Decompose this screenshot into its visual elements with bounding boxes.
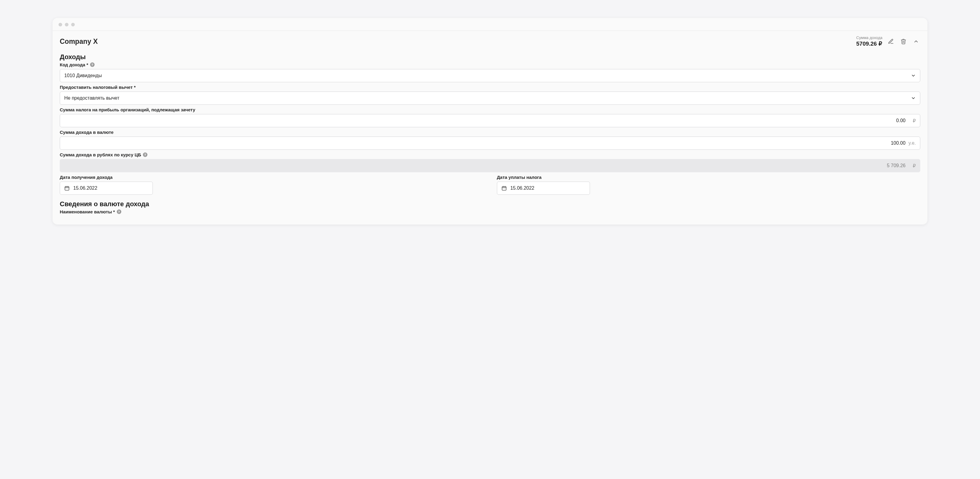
window-dot bbox=[65, 23, 68, 26]
company-name: Company X bbox=[60, 38, 852, 46]
tax-deduction-label: Предоставить налоговый вычет * bbox=[60, 85, 920, 90]
window-titlebar bbox=[52, 18, 928, 31]
corp-tax-field: Сумма налога на прибыль организаций, под… bbox=[60, 107, 920, 127]
income-summary-value: 5709.26 ₽ bbox=[856, 40, 882, 47]
tax-deduction-value: Не предоставлять вычет bbox=[64, 95, 911, 101]
ruble-suffix: ₽ bbox=[908, 163, 916, 169]
income-code-field: Код дохода * ? 1010 Дивиденды bbox=[60, 62, 920, 82]
chevron-down-icon bbox=[911, 96, 916, 100]
corp-tax-value: 0.00 bbox=[896, 118, 905, 123]
income-date-input[interactable]: 15.06.2022 bbox=[60, 182, 153, 195]
delete-button[interactable] bbox=[899, 37, 908, 46]
section-header: Company X Сумма дохода 5709.26 ₽ bbox=[52, 31, 928, 48]
tax-deduction-select[interactable]: Не предоставлять вычет bbox=[60, 92, 920, 105]
fx-amount-field: Сумма дохода в валюте 100.00 у.е. bbox=[60, 130, 920, 150]
tax-date-input[interactable]: 15.06.2022 bbox=[497, 182, 590, 195]
income-section-title: Доходы bbox=[60, 53, 920, 61]
chevron-down-icon bbox=[911, 73, 916, 78]
svg-rect-4 bbox=[502, 187, 506, 190]
tax-deduction-field: Предоставить налоговый вычет * Не предос… bbox=[60, 85, 920, 105]
rub-amount-input: 5 709.26 ₽ bbox=[60, 159, 920, 172]
ruble-suffix: ₽ bbox=[908, 118, 916, 124]
calendar-icon bbox=[501, 186, 507, 191]
help-icon[interactable]: ? bbox=[90, 62, 95, 67]
corp-tax-label: Сумма налога на прибыль организаций, под… bbox=[60, 107, 920, 112]
income-summary-label: Сумма дохода bbox=[856, 36, 883, 40]
rub-amount-value: 5 709.26 bbox=[887, 163, 905, 168]
help-icon[interactable]: ? bbox=[143, 152, 148, 157]
income-summary: Сумма дохода 5709.26 ₽ bbox=[856, 36, 883, 47]
tax-date-field: Дата уплаты налога 15.06.2022 bbox=[497, 174, 910, 195]
fx-amount-label: Сумма дохода в валюте bbox=[60, 130, 920, 135]
calendar-icon bbox=[64, 186, 70, 191]
currency-unit-suffix: у.е. bbox=[908, 140, 916, 146]
window-dot bbox=[71, 23, 75, 26]
window-dot bbox=[59, 23, 62, 26]
rub-amount-label: Сумма дохода в рублях по курсу ЦБ ? bbox=[60, 152, 920, 157]
form-content: Доходы Код дохода * ? 1010 Дивиденды Пре… bbox=[52, 48, 928, 225]
chevron-up-icon bbox=[913, 39, 919, 44]
income-date-value: 15.06.2022 bbox=[73, 186, 97, 191]
income-date-field: Дата получения дохода 15.06.2022 bbox=[60, 174, 473, 195]
income-code-select[interactable]: 1010 Дивиденды bbox=[60, 69, 920, 82]
date-row: Дата получения дохода 15.06.2022 Дата уп… bbox=[60, 174, 920, 197]
income-code-label: Код дохода * ? bbox=[60, 62, 920, 67]
app-window: Company X Сумма дохода 5709.26 ₽ Доходы … bbox=[52, 18, 928, 225]
collapse-button[interactable] bbox=[912, 37, 920, 46]
income-date-label: Дата получения дохода bbox=[60, 174, 473, 180]
corp-tax-input[interactable]: 0.00 ₽ bbox=[60, 114, 920, 127]
help-icon[interactable]: ? bbox=[117, 209, 121, 214]
currency-name-field: Наименование валюты * ? bbox=[60, 209, 920, 216]
currency-name-label: Наименование валюты * ? bbox=[60, 209, 920, 214]
pencil-icon bbox=[888, 38, 894, 44]
fx-amount-value: 100.00 bbox=[891, 140, 905, 146]
trash-icon bbox=[900, 38, 907, 45]
rub-amount-field: Сумма дохода в рублях по курсу ЦБ ? 5 70… bbox=[60, 152, 920, 172]
income-code-value: 1010 Дивиденды bbox=[64, 73, 911, 78]
svg-rect-0 bbox=[65, 187, 69, 190]
edit-button[interactable] bbox=[887, 37, 895, 46]
fx-amount-input[interactable]: 100.00 у.е. bbox=[60, 136, 920, 150]
tax-date-label: Дата уплаты налога bbox=[497, 174, 910, 180]
currency-section-title: Сведения о валюте дохода bbox=[60, 200, 920, 208]
tax-date-value: 15.06.2022 bbox=[511, 186, 535, 191]
